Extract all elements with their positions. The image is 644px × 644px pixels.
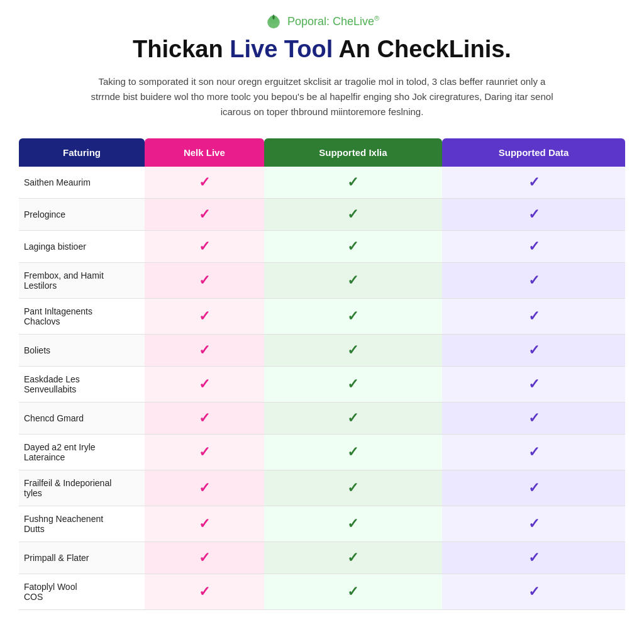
check-india-cell: ✓ xyxy=(264,334,442,366)
check-india-cell: ✓ xyxy=(264,434,442,470)
check-data-cell: ✓ xyxy=(442,334,625,366)
check-icon: ✓ xyxy=(199,174,210,190)
table-row: Fatoplyl Wool COS✓✓✓ xyxy=(19,574,625,609)
check-icon: ✓ xyxy=(528,376,540,392)
check-icon: ✓ xyxy=(199,480,210,496)
check-nelk-cell: ✓ xyxy=(145,470,264,506)
check-data-cell: ✓ xyxy=(442,262,625,298)
check-icon: ✓ xyxy=(528,516,540,531)
logo-sup: ® xyxy=(374,14,379,22)
check-icon: ✓ xyxy=(199,444,210,460)
feature-cell: Saithen Meaurim xyxy=(19,167,145,199)
check-india-cell: ✓ xyxy=(264,366,442,402)
check-data-cell: ✓ xyxy=(442,230,625,262)
logo-icon xyxy=(265,13,282,30)
check-india-cell: ✓ xyxy=(264,541,442,574)
table-row: Fushng Neachenent Dutts✓✓✓ xyxy=(19,506,625,541)
check-india-cell: ✓ xyxy=(264,506,442,541)
check-icon: ✓ xyxy=(347,410,358,426)
table-header-row: Faturing Nelk Live Supported Ixlia Suppo… xyxy=(19,138,625,167)
col-nelk-header: Nelk Live xyxy=(145,138,264,167)
check-data-cell: ✓ xyxy=(442,366,625,402)
check-icon: ✓ xyxy=(528,584,540,599)
table-row: Primpall & Flater✓✓✓ xyxy=(19,541,625,574)
check-icon: ✓ xyxy=(528,342,540,358)
check-india-cell: ✓ xyxy=(264,262,442,298)
check-icon: ✓ xyxy=(199,272,210,288)
check-icon: ✓ xyxy=(347,444,358,460)
check-icon: ✓ xyxy=(347,516,358,531)
feature-cell: Boliets xyxy=(19,334,145,366)
table-row: Pant Inltagenents Chaclovs✓✓✓ xyxy=(19,298,625,334)
table-row: Laginga bistioer✓✓✓ xyxy=(19,230,625,262)
feature-cell: Pant Inltagenents Chaclovs xyxy=(19,298,145,334)
col-data-header: Supported Data xyxy=(442,138,625,167)
check-icon: ✓ xyxy=(347,342,358,358)
check-icon: ✓ xyxy=(199,584,210,599)
check-nelk-cell: ✓ xyxy=(145,262,264,298)
check-icon: ✓ xyxy=(199,342,210,358)
check-icon: ✓ xyxy=(347,238,358,254)
table-row: Saithen Meaurim✓✓✓ xyxy=(19,167,625,199)
check-icon: ✓ xyxy=(528,272,540,288)
check-nelk-cell: ✓ xyxy=(145,574,264,609)
title-part3: An CheckLinis. xyxy=(333,36,511,62)
check-india-cell: ✓ xyxy=(264,574,442,609)
table-row: Dayed a2 ent Iryle Lateraince✓✓✓ xyxy=(19,434,625,470)
check-india-cell: ✓ xyxy=(264,198,442,230)
check-india-cell: ✓ xyxy=(264,167,442,199)
check-india-cell: ✓ xyxy=(264,402,442,434)
logo-brand: Poporal: CheLive xyxy=(287,15,374,28)
check-data-cell: ✓ xyxy=(442,470,625,506)
table-row: Chencd Gmard✓✓✓ xyxy=(19,402,625,434)
check-icon: ✓ xyxy=(347,584,358,599)
check-icon: ✓ xyxy=(347,308,358,324)
check-nelk-cell: ✓ xyxy=(145,366,264,402)
check-icon: ✓ xyxy=(199,308,210,324)
title-part1: Thickan xyxy=(133,36,230,62)
check-data-cell: ✓ xyxy=(442,434,625,470)
page-description: Taking to somporated it son nour oregn e… xyxy=(86,74,558,119)
check-icon: ✓ xyxy=(528,480,540,496)
page-title: Thickan Live Tool An CheckLinis. xyxy=(19,36,625,63)
check-icon: ✓ xyxy=(347,480,358,496)
check-data-cell: ✓ xyxy=(442,506,625,541)
check-data-cell: ✓ xyxy=(442,574,625,609)
check-nelk-cell: ✓ xyxy=(145,167,264,199)
check-india-cell: ✓ xyxy=(264,470,442,506)
check-icon: ✓ xyxy=(199,516,210,531)
check-icon: ✓ xyxy=(347,376,358,392)
table-body: Saithen Meaurim✓✓✓Prelogince✓✓✓Laginga b… xyxy=(19,167,625,610)
check-nelk-cell: ✓ xyxy=(145,402,264,434)
table-row: Boliets✓✓✓ xyxy=(19,334,625,366)
check-nelk-cell: ✓ xyxy=(145,334,264,366)
table-row: Frailfeil & Indeporienal tyles✓✓✓ xyxy=(19,470,625,506)
table-row: Prelogince✓✓✓ xyxy=(19,198,625,230)
comparison-table: Faturing Nelk Live Supported Ixlia Suppo… xyxy=(19,138,625,610)
feature-cell: Fushng Neachenent Dutts xyxy=(19,506,145,541)
feature-cell: Laginga bistioer xyxy=(19,230,145,262)
check-data-cell: ✓ xyxy=(442,167,625,199)
check-nelk-cell: ✓ xyxy=(145,434,264,470)
table-row: Easkdade Les Senveullabits✓✓✓ xyxy=(19,366,625,402)
col-india-header: Supported Ixlia xyxy=(264,138,442,167)
feature-cell: Prelogince xyxy=(19,198,145,230)
col-feature-header: Faturing xyxy=(19,138,145,167)
check-icon: ✓ xyxy=(528,238,540,254)
check-nelk-cell: ✓ xyxy=(145,506,264,541)
check-icon: ✓ xyxy=(528,174,540,190)
check-nelk-cell: ✓ xyxy=(145,298,264,334)
check-icon: ✓ xyxy=(347,174,358,190)
check-data-cell: ✓ xyxy=(442,198,625,230)
feature-cell: Easkdade Les Senveullabits xyxy=(19,366,145,402)
check-india-cell: ✓ xyxy=(264,298,442,334)
check-data-cell: ✓ xyxy=(442,402,625,434)
check-icon: ✓ xyxy=(347,550,358,565)
logo-area: Poporal: CheLive® xyxy=(19,13,625,30)
feature-cell: Primpall & Flater xyxy=(19,541,145,574)
feature-cell: Chencd Gmard xyxy=(19,402,145,434)
check-icon: ✓ xyxy=(528,410,540,426)
feature-cell: Fatoplyl Wool COS xyxy=(19,574,145,609)
check-nelk-cell: ✓ xyxy=(145,230,264,262)
check-nelk-cell: ✓ xyxy=(145,541,264,574)
